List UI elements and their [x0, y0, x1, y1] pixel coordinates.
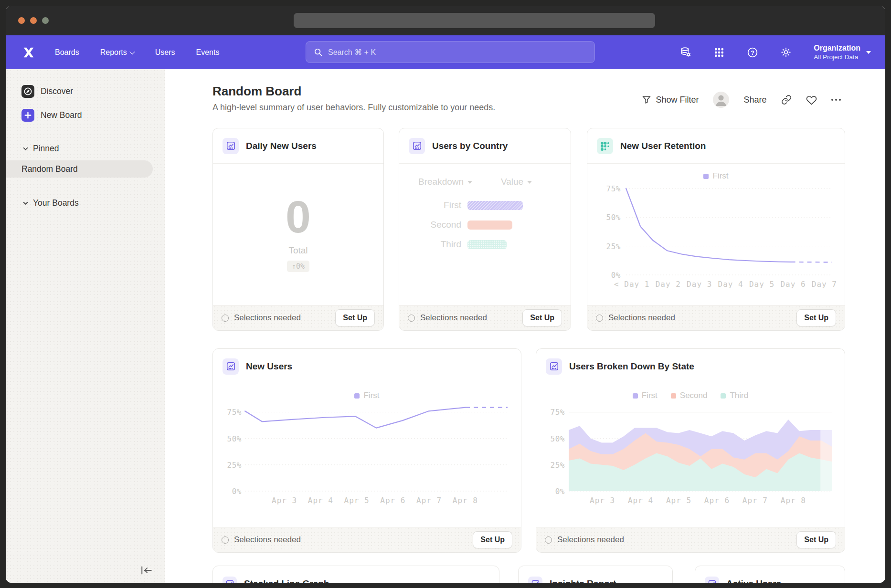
- country-row: First: [399, 200, 523, 210]
- card-users-by-state: Users Broken Down By State FirstSecondTh…: [536, 348, 845, 553]
- nav-item-users[interactable]: Users: [155, 48, 175, 57]
- set-up-button[interactable]: Set Up: [473, 531, 512, 548]
- card-new-users: New Users First 75%50%25%0% Apr 3Apr 4Ap…: [212, 348, 521, 553]
- y-axis-labels: 75%50%25%0%: [538, 399, 565, 491]
- apps-grid-icon[interactable]: [713, 47, 725, 58]
- navbar-right: ? Organization All Project Data: [680, 35, 871, 69]
- card-title: Stacked Line Graph: [244, 578, 329, 583]
- address-bar[interactable]: [294, 13, 655, 28]
- card-stacked-line-graph: Stacked Line Graph: [212, 566, 499, 583]
- chart-legend: FirstSecondThird: [536, 391, 845, 400]
- search-input[interactable]: Search ⌘ + K: [306, 41, 595, 63]
- set-up-button[interactable]: Set Up: [522, 309, 562, 326]
- legend-swatch-icon: [633, 393, 638, 399]
- set-up-button[interactable]: Set Up: [335, 309, 375, 326]
- sidebar-item-random-board[interactable]: Random Board: [6, 160, 153, 178]
- sidebar-divider: [6, 551, 165, 551]
- breakdown-dropdown[interactable]: Breakdown: [418, 177, 472, 187]
- legend-label: First: [642, 391, 658, 400]
- show-filter-button[interactable]: Show Filter: [642, 95, 699, 105]
- favorite-heart-icon[interactable]: [806, 94, 817, 105]
- screen: Boards Reports Users Events Search ⌘ + K: [0, 0, 891, 588]
- legend-item: First: [633, 391, 658, 400]
- legend-label: Second: [680, 391, 708, 400]
- sidebar-section-pinned[interactable]: Pinned: [23, 144, 59, 154]
- legend-swatch-icon: [671, 393, 676, 399]
- copy-link-icon[interactable]: [781, 94, 792, 105]
- card-title: Daily New Users: [246, 141, 317, 151]
- nav-item-events[interactable]: Events: [196, 48, 220, 57]
- card-title: Active Users: [726, 578, 781, 583]
- set-up-button[interactable]: Set Up: [796, 309, 836, 326]
- board-actions: Show Filter Share: [642, 92, 841, 108]
- svg-text:?: ?: [751, 49, 754, 56]
- search-icon: [314, 48, 323, 57]
- x-axis-labels: Apr 3Apr 4Apr 5Apr 6Apr 7Apr 8: [590, 496, 806, 505]
- selections-needed-text: Selections needed: [420, 313, 487, 323]
- top-navbar: Boards Reports Users Events Search ⌘ + K: [6, 35, 885, 69]
- board-main: Random Board A high-level summary of use…: [165, 69, 885, 583]
- status-circle-icon: [545, 536, 552, 544]
- page-title: Random Board: [212, 84, 301, 99]
- y-axis-labels: 75%50%25%0%: [592, 178, 621, 275]
- card-title: Users Broken Down By State: [569, 361, 694, 372]
- sidebar-item-new-board[interactable]: New Board: [21, 109, 82, 122]
- insights-chart-icon: [705, 577, 719, 583]
- card-title: Users by Country: [432, 141, 508, 151]
- sidebar-item-discover[interactable]: Discover: [21, 85, 73, 98]
- card-title: New User Retention: [620, 141, 706, 151]
- help-icon[interactable]: ?: [747, 47, 758, 58]
- share-button[interactable]: Share: [743, 95, 766, 105]
- maximize-window-icon[interactable]: [42, 17, 49, 24]
- close-window-icon[interactable]: [18, 17, 25, 24]
- org-project-scope: All Project Data: [814, 53, 860, 61]
- nav-menu: Boards Reports Users Events: [55, 48, 219, 57]
- mixpanel-logo-icon[interactable]: [22, 46, 35, 59]
- card-new-user-retention: New User Retention First 75%50%25%0% < D…: [587, 128, 845, 331]
- card-title: New Users: [246, 361, 292, 372]
- status-circle-icon: [222, 315, 229, 322]
- new-users-line-chart: [245, 399, 508, 491]
- legend-item: Second: [671, 391, 708, 400]
- nav-item-reports[interactable]: Reports: [100, 48, 134, 57]
- traffic-lights: [18, 17, 49, 24]
- legend-item: Third: [721, 391, 748, 400]
- plus-icon: [21, 109, 34, 122]
- card-daily-new-users: Daily New Users 0 Total ↑0% Selections n…: [212, 128, 384, 331]
- sidebar-section-your-boards[interactable]: Your Boards: [23, 198, 79, 208]
- collapse-sidebar-icon[interactable]: [140, 566, 153, 575]
- chevron-down-icon: [23, 147, 28, 150]
- y-axis-labels: 75%50%25%0%: [217, 399, 242, 491]
- insights-chart-icon: [528, 577, 542, 583]
- metric-value: 0: [286, 194, 311, 240]
- set-up-button[interactable]: Set Up: [796, 531, 836, 548]
- data-management-icon[interactable]: [680, 47, 691, 58]
- settings-gear-icon[interactable]: [780, 47, 792, 58]
- x-axis-labels: < Day 1Day 2Day 3Day 4Day 5Day 6Day 7: [614, 280, 837, 289]
- insights-chart-icon: [223, 577, 237, 583]
- bar-first: [467, 201, 523, 210]
- minimize-window-icon[interactable]: [30, 17, 37, 24]
- insights-chart-icon: [546, 358, 562, 375]
- state-stacked-area-chart: [569, 399, 832, 491]
- metric-delta-badge: ↑0%: [287, 261, 309, 272]
- legend-item: First: [354, 391, 379, 400]
- x-axis-labels: Apr 3Apr 4Apr 5Apr 6Apr 7Apr 8: [272, 496, 478, 505]
- nav-item-boards[interactable]: Boards: [55, 48, 79, 57]
- org-name: Organization: [814, 43, 860, 53]
- selections-needed-text: Selections needed: [234, 313, 301, 323]
- browser-window: Boards Reports Users Events Search ⌘ + K: [6, 6, 885, 583]
- avatar[interactable]: [713, 92, 729, 108]
- insights-chart-icon: [409, 138, 425, 154]
- filter-icon: [642, 95, 651, 105]
- legend-swatch-icon: [354, 393, 360, 399]
- org-switcher[interactable]: Organization All Project Data: [814, 43, 871, 61]
- more-options-icon[interactable]: [831, 99, 841, 101]
- value-dropdown[interactable]: Value: [501, 177, 532, 187]
- bar-third: [467, 240, 507, 249]
- page-subtitle: A high-level summary of user behaviors. …: [212, 103, 495, 113]
- window-titlebar: [6, 6, 885, 35]
- chevron-down-icon: [866, 51, 871, 54]
- sidebar: Discover New Board Pinned Random Board: [6, 69, 165, 583]
- selections-needed-text: Selections needed: [557, 535, 624, 545]
